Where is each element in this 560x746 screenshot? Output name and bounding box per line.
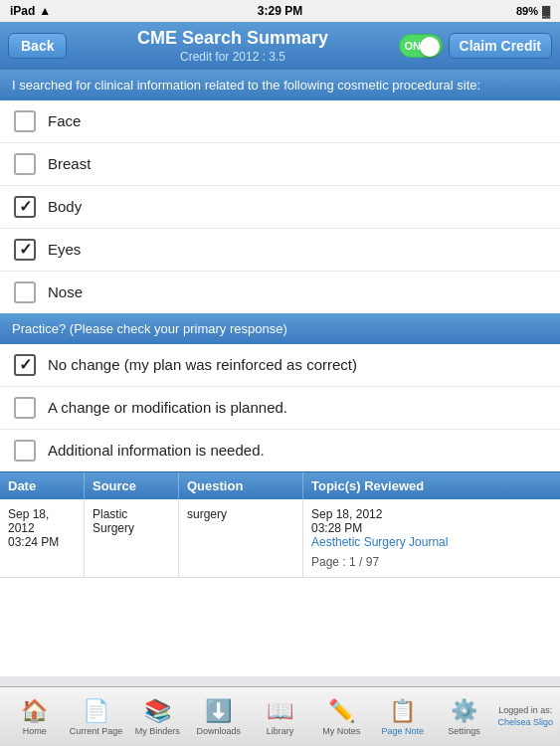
checkbox-additional[interactable] <box>14 440 36 462</box>
search-section-label: I searched for clinical information rela… <box>12 78 480 93</box>
status-bar-left: iPad ▲ <box>10 4 51 18</box>
col-header-topics: Topic(s) Reviewed <box>303 472 560 499</box>
home-icon: 🏠 <box>21 698 48 724</box>
back-button[interactable]: Back <box>8 33 67 59</box>
checkbox-row-face[interactable]: Face <box>0 100 560 143</box>
tab-current-page-label: Current Page <box>70 726 123 736</box>
status-bar-time: 3:29 PM <box>258 4 302 18</box>
tab-downloads-label: Downloads <box>197 726 242 736</box>
checkbox-row-breast[interactable]: Breast <box>0 143 560 186</box>
main-content: I searched for clinical information rela… <box>0 70 560 676</box>
checkbox-label-eyes: Eyes <box>48 241 81 258</box>
my-notes-icon: ✏️ <box>328 698 355 724</box>
checkbox-change[interactable] <box>14 397 36 419</box>
page-note-icon: 📋 <box>389 698 416 724</box>
header-right: ON Claim Credit <box>399 33 552 59</box>
checkbox-breast[interactable] <box>14 153 36 175</box>
checkbox-label-body: Body <box>48 198 82 215</box>
tab-library[interactable]: 📖 Library <box>250 694 311 740</box>
practice-label-change: A change or modification is planned. <box>48 399 287 416</box>
practice-row-change[interactable]: A change or modification is planned. <box>0 387 560 430</box>
toggle-thumb <box>420 37 440 57</box>
tab-downloads[interactable]: ⬇️ Downloads <box>188 694 250 740</box>
toggle-track[interactable]: ON <box>399 34 443 58</box>
status-bar: iPad ▲ 3:29 PM 89% ▓ <box>0 0 560 22</box>
col-header-date: Date <box>0 472 85 499</box>
logged-in-info: Logged in as:Chelsea Sligo <box>494 701 556 732</box>
cell-question: surgery <box>179 499 303 577</box>
cell-source-text: Plastic Surgery <box>93 507 134 535</box>
checkbox-nose[interactable] <box>14 281 36 303</box>
practice-row-no-change[interactable]: No change (my plan was reinforced as cor… <box>0 344 560 387</box>
search-section-header: I searched for clinical information rela… <box>0 70 560 100</box>
tab-settings-label: Settings <box>448 726 480 736</box>
tab-home[interactable]: 🏠 Home <box>4 694 66 740</box>
table-header: Date Source Question Topic(s) Reviewed <box>0 471 560 499</box>
settings-icon: ⚙️ <box>451 698 477 724</box>
col-header-source: Source <box>85 472 179 499</box>
cell-date-text: Sep 18, 201203:24 PM <box>8 507 59 549</box>
wifi-icon: ▲ <box>39 4 51 18</box>
tab-bar: 🏠 Home 📄 Current Page 📚 My Binders ⬇️ Do… <box>0 686 560 746</box>
toggle-container[interactable]: ON <box>399 34 443 58</box>
battery-icon: ▓ <box>542 5 550 17</box>
cell-date: Sep 18, 201203:24 PM <box>0 499 85 577</box>
practice-row-additional[interactable]: Additional information is needed. <box>0 430 560 471</box>
cell-question-text: surgery <box>187 507 227 521</box>
downloads-icon: ⬇️ <box>205 698 232 724</box>
cell-topics: Sep 18, 201203:28 PM Aesthetic Surgery J… <box>303 499 560 577</box>
cell-topics-page: Page : 1 / 97 <box>311 555 552 569</box>
checkbox-row-eyes[interactable]: Eyes <box>0 229 560 272</box>
my-binders-icon: 📚 <box>144 698 171 724</box>
checkbox-no-change[interactable] <box>14 354 36 376</box>
checkbox-face[interactable] <box>14 110 36 132</box>
tab-my-notes-label: My Notes <box>322 726 360 736</box>
practice-options: No change (my plan was reinforced as cor… <box>0 344 560 471</box>
practice-label-additional: Additional information is needed. <box>48 442 265 459</box>
checkbox-label-breast: Breast <box>48 155 91 172</box>
tab-library-label: Library <box>267 726 294 736</box>
current-page-icon: 📄 <box>83 698 109 724</box>
cell-source: Plastic Surgery <box>85 499 179 577</box>
claim-credit-button[interactable]: Claim Credit <box>449 33 552 59</box>
status-bar-right: 89% ▓ <box>516 5 550 17</box>
header-center: CME Search Summary Credit for 2012 : 3.5 <box>67 28 398 64</box>
cell-topics-link[interactable]: Aesthetic Surgery Journal <box>311 535 552 549</box>
tab-my-notes[interactable]: ✏️ My Notes <box>310 694 372 740</box>
cell-topics-date: Sep 18, 201203:28 PM <box>311 507 552 535</box>
tab-my-binders[interactable]: 📚 My Binders <box>126 694 188 740</box>
practice-section-label: Practice? (Please check your primary res… <box>12 321 287 336</box>
tab-my-binders-label: My Binders <box>135 726 180 736</box>
practice-section-header: Practice? (Please check your primary res… <box>0 313 560 344</box>
checkbox-label-nose: Nose <box>48 283 83 300</box>
app-header: Back CME Search Summary Credit for 2012 … <box>0 22 560 70</box>
device-name: iPad <box>10 4 35 18</box>
logged-in-label: Logged in as:Chelsea Sligo <box>497 705 553 728</box>
toggle-on-label: ON <box>405 40 422 52</box>
header-title: CME Search Summary <box>67 28 398 50</box>
header-subtitle: Credit for 2012 : 3.5 <box>67 50 398 64</box>
tab-page-note[interactable]: 📋 Page Note <box>372 694 434 740</box>
checkbox-eyes[interactable] <box>14 239 36 261</box>
checkbox-body[interactable] <box>14 196 36 218</box>
library-icon: 📖 <box>267 698 293 724</box>
checkbox-row-body[interactable]: Body <box>0 186 560 229</box>
table-row: Sep 18, 201203:24 PM Plastic Surgery sur… <box>0 499 560 578</box>
tab-page-note-label: Page Note <box>382 726 425 736</box>
battery-level: 89% <box>516 5 538 17</box>
tab-home-label: Home <box>23 726 47 736</box>
checkbox-label-face: Face <box>48 112 81 129</box>
user-name: Chelsea Sligo <box>497 717 553 727</box>
practice-label-no-change: No change (my plan was reinforced as cor… <box>48 356 357 373</box>
site-checkboxes: Face Breast Body Eyes Nose <box>0 100 560 313</box>
tab-current-page[interactable]: 📄 Current Page <box>66 694 127 740</box>
tab-settings[interactable]: ⚙️ Settings <box>434 694 495 740</box>
col-header-question: Question <box>179 472 303 499</box>
checkbox-row-nose[interactable]: Nose <box>0 272 560 313</box>
